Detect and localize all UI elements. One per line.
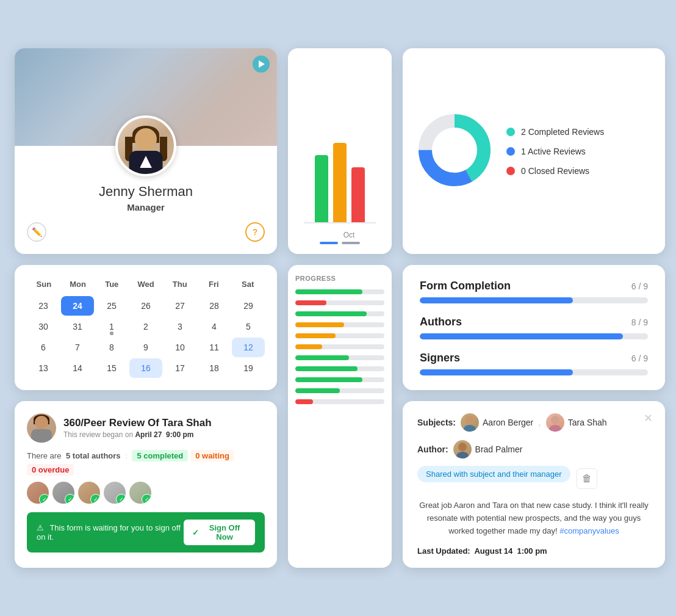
chart-sub-labels: [298, 242, 382, 244]
author-person: Brad Palmer: [453, 440, 523, 458]
cal-day-3[interactable]: 3: [164, 317, 196, 336]
review-header: 360/Peer Review Of Tara Shah This review…: [27, 413, 265, 443]
badge-waiting: 0 waiting: [190, 450, 234, 462]
cal-day-5[interactable]: 5: [232, 317, 265, 336]
cal-day-27[interactable]: 27: [164, 296, 196, 316]
cal-day-1[interactable]: 1: [95, 317, 128, 336]
feedback-author-row: Author: Brad Palmer: [417, 440, 650, 458]
feedback-card: ✕ Subjects: Aaron Berger ,: [403, 401, 665, 567]
cal-day-6[interactable]: 6: [27, 338, 60, 357]
svg-point-8: [456, 452, 469, 458]
svg-point-6: [549, 425, 561, 432]
cal-day-25[interactable]: 25: [95, 296, 128, 316]
author-5: [129, 482, 151, 504]
help-button[interactable]: ?: [245, 222, 265, 242]
stat-label-authors: Authors: [420, 316, 462, 328]
legend-completed: 2 Completed Reviews: [506, 127, 604, 137]
cal-day-26[interactable]: 26: [129, 296, 162, 316]
cal-day-19[interactable]: 19: [232, 358, 265, 378]
author-1: [27, 482, 49, 504]
legend-label-completed: 2 Completed Reviews: [521, 127, 604, 137]
svg-point-7: [458, 443, 467, 451]
shared-badge: Shared with subject and their manager: [417, 466, 570, 482]
progress-row-6: [295, 344, 384, 350]
day-sun: Sun: [27, 277, 61, 291]
edit-button[interactable]: ✏️: [27, 222, 46, 242]
progress-row-1: [295, 289, 384, 295]
review-avatar-body: [31, 429, 52, 443]
review-stats: There are 5 total authors : 5 completed …: [27, 450, 265, 476]
cal-day-31[interactable]: 31: [61, 317, 94, 336]
cal-day-7[interactable]: 7: [61, 338, 94, 357]
progress-row-2: [295, 300, 384, 306]
review-card: 360/Peer Review Of Tara Shah This review…: [15, 401, 277, 567]
legend-dot-active: [506, 147, 515, 156]
cal-day-2[interactable]: 2: [129, 317, 162, 336]
feedback-text: Great job Aaron and Tara on that new cas…: [417, 499, 650, 537]
cal-day-30[interactable]: 30: [27, 317, 60, 336]
trash-icon: 🗑: [582, 473, 592, 484]
hashtag: #companyvalues: [559, 526, 619, 535]
donut-legend: 2 Completed Reviews 1 Active Reviews 0 C…: [506, 127, 604, 176]
cal-day-8[interactable]: 8: [95, 338, 128, 357]
cal-day-28[interactable]: 28: [198, 296, 231, 316]
stat-label-form: Form Completion: [420, 280, 511, 292]
legend-label-active: 1 Active Reviews: [521, 147, 586, 156]
svg-point-3: [466, 416, 474, 424]
cal-day-18[interactable]: 18: [198, 358, 231, 378]
bar-chart-card: Oct: [288, 48, 392, 254]
stat-value-form: 6 / 9: [631, 281, 648, 291]
cal-day-29[interactable]: 29: [232, 296, 265, 316]
day-fri: Fri: [197, 277, 231, 291]
subject1-person: Aaron Berger: [461, 413, 533, 432]
sign-off-button[interactable]: ✓ Sign Off Now: [184, 520, 255, 545]
close-button[interactable]: ✕: [641, 411, 655, 426]
stat-value-authors: 8 / 9: [631, 317, 648, 327]
donut-chart-card: 2 Completed Reviews 1 Active Reviews 0 C…: [403, 48, 665, 254]
sub-label-blue: [320, 242, 338, 244]
chart-label: Oct: [298, 231, 382, 239]
delete-button[interactable]: 🗑: [577, 468, 597, 489]
last-updated-value: August 14 1:00 pm: [472, 546, 547, 556]
day-tue: Tue: [95, 277, 129, 291]
stat-signers: Signers 6 / 9: [420, 352, 648, 375]
last-updated: Last Updated: August 14 1:00 pm: [417, 546, 650, 556]
warning-icon: ⚠: [37, 523, 44, 532]
cal-day-15[interactable]: 15: [95, 358, 128, 378]
donut-chart: [415, 111, 494, 192]
cal-day-23[interactable]: 23: [27, 296, 60, 316]
cal-day-4[interactable]: 4: [198, 317, 231, 336]
review-subtitle: This review began on April 27 9:00 pm: [63, 430, 212, 439]
svg-point-4: [464, 425, 476, 432]
bar-red: [351, 167, 365, 222]
cal-day-11[interactable]: 11: [198, 338, 231, 357]
separator: ,: [538, 417, 541, 428]
author-3: [78, 482, 100, 504]
stat-authors: Authors 8 / 9: [420, 316, 648, 339]
progress-row-11: [295, 399, 384, 405]
cal-day-10[interactable]: 10: [164, 338, 196, 357]
subject2-name: Tara Shah: [568, 418, 607, 427]
review-title: 360/Peer Review Of Tara Shah: [63, 417, 212, 429]
cal-day-14[interactable]: 14: [61, 358, 94, 378]
progress-row-5: [295, 333, 384, 339]
cal-day-24[interactable]: 24: [61, 296, 94, 316]
shared-row: Shared with subject and their manager 🗑: [417, 466, 650, 491]
help-icon: ?: [253, 227, 258, 237]
avatar-head: [135, 128, 157, 150]
subject2-avatar: [546, 413, 564, 432]
progress-row-4: [295, 322, 384, 328]
profile-title: Manager: [15, 202, 277, 212]
cal-day-17[interactable]: 17: [164, 358, 196, 378]
author-2: [52, 482, 74, 504]
separator-colon: :: [123, 451, 130, 460]
subject1-name: Aaron Berger: [483, 418, 533, 427]
badge-overdue: 0 overdue: [27, 464, 74, 476]
cal-day-13[interactable]: 13: [27, 358, 60, 378]
legend-active: 1 Active Reviews: [506, 147, 604, 156]
cal-day-9[interactable]: 9: [129, 338, 162, 357]
sub-label-gray: [342, 242, 360, 244]
cal-day-16[interactable]: 16: [129, 358, 162, 378]
cal-day-12[interactable]: 12: [232, 338, 265, 357]
progress-rows: [295, 289, 384, 405]
